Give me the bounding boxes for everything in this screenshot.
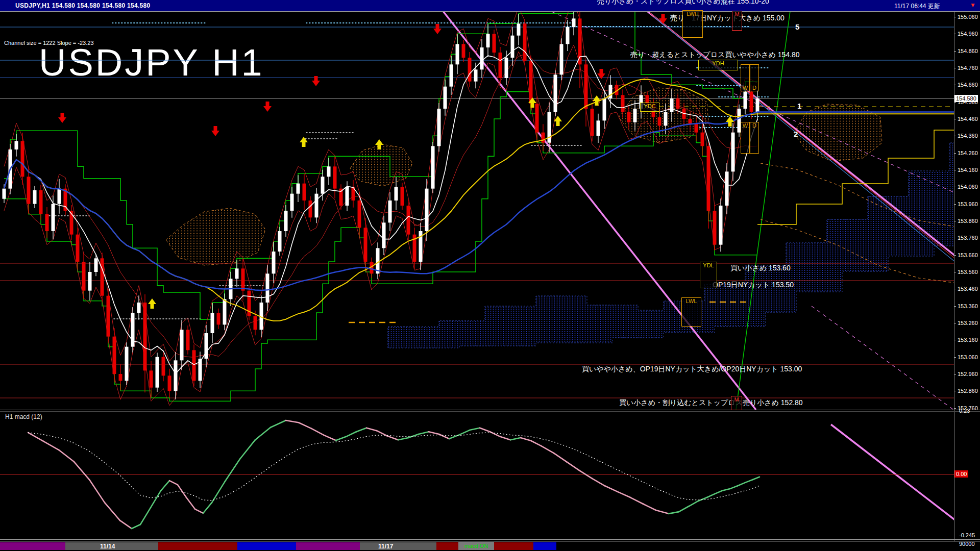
price-panel[interactable] [0, 0, 980, 410]
candle-body [725, 171, 729, 206]
macd-axis-max: 0.23 [958, 407, 971, 414]
candle-body [3, 189, 6, 199]
candle-body [217, 313, 220, 324]
macd-panel[interactable] [0, 420, 978, 538]
candle-body [474, 69, 478, 81]
candle-body [658, 117, 662, 126]
macd-line [324, 435, 336, 440]
price-axis-label: 154.460 [958, 116, 978, 122]
axis-tick [954, 340, 956, 340]
session-segment [360, 542, 436, 550]
price-axis-label: 154.760 [958, 65, 978, 71]
session-segment [296, 542, 360, 550]
level-label-m: M [732, 11, 742, 31]
candle-body [174, 360, 178, 391]
price-axis-label: 154.860 [958, 48, 978, 54]
candle-body [511, 36, 514, 58]
macd-line [656, 510, 669, 514]
candle-body [364, 228, 368, 262]
candle-body [107, 296, 110, 337]
price-axis-label: 153.060 [958, 354, 978, 360]
candle-body [542, 133, 545, 143]
candle-body [143, 303, 147, 370]
axis-tick [954, 289, 956, 289]
price-axis-label: 154.360 [958, 133, 978, 139]
candle-body [701, 133, 704, 146]
macd-line [592, 479, 605, 486]
price-axis[interactable]: 155.060154.960154.860154.760154.660154.5… [954, 11, 980, 542]
axis-tick [954, 391, 956, 391]
candle-body [750, 92, 753, 112]
macd-line [203, 503, 212, 513]
macd-line [132, 524, 140, 529]
price-axis-label: 153.760 [958, 235, 978, 241]
candle-body [437, 109, 441, 146]
macd-line [59, 450, 74, 462]
candle-body [603, 98, 606, 120]
macd-line [43, 441, 59, 450]
candle-body [180, 330, 184, 360]
axis-tick [954, 204, 956, 205]
candle-body [566, 27, 570, 44]
date-label: 11/17 [378, 543, 393, 550]
candle-body [670, 98, 674, 112]
candle-body [609, 85, 612, 98]
candle-body [45, 214, 49, 231]
price-axis-label: 153.660 [958, 252, 978, 258]
candle-body [572, 18, 576, 27]
candle-body [186, 330, 190, 350]
candle-body [456, 44, 459, 64]
price-axis-label: 154.060 [958, 184, 978, 190]
macd-line [698, 497, 707, 501]
candle-body [462, 44, 465, 58]
panel-separator-macd-top[interactable] [0, 410, 980, 410]
title-bar[interactable]: USDJPY,H1 154.580 154.580 154.580 154.58… [0, 0, 980, 11]
sell-arrow-icon [433, 24, 442, 34]
macd-line [161, 481, 169, 491]
buy-arrow-icon [593, 95, 601, 106]
candle-body [278, 231, 282, 252]
candle-body [272, 252, 276, 273]
axis-tick [954, 85, 956, 85]
candle-body [505, 58, 508, 78]
macd-toggle-button[interactable]: macd ON [458, 542, 494, 550]
macd-indicator-label: H1 macd (12) [5, 413, 42, 420]
macd-line [753, 477, 760, 480]
macd-line [311, 429, 324, 435]
macd-line [669, 512, 679, 514]
candle-body [523, 23, 527, 61]
level-label-m: M [731, 396, 742, 410]
macd-line [618, 492, 630, 497]
panel-separator-macd-bottom[interactable] [0, 539, 980, 540]
ichimoku-cloud-orange [350, 144, 412, 186]
candle-body [346, 187, 349, 206]
axis-tick [954, 17, 956, 17]
candle-body [707, 146, 710, 211]
macd-line [140, 508, 151, 524]
level-label-w: W [741, 64, 750, 91]
channel-info-label: Channel size = 1222 Slope = -23.23 [4, 40, 94, 46]
axis-tick [954, 170, 956, 170]
candle-body [333, 166, 337, 188]
candle-body [52, 204, 55, 231]
candle-body [309, 201, 312, 217]
price-axis-label: 154.960 [958, 31, 978, 37]
candle-body [756, 98, 760, 112]
macd-line [299, 422, 311, 429]
macd-line [286, 420, 299, 422]
main-chart-canvas[interactable] [0, 0, 980, 551]
candle-body [695, 124, 698, 133]
panel-separator-top [0, 11, 980, 12]
candle-body [480, 47, 484, 69]
session-segment [237, 542, 296, 550]
sell-arrow-icon [58, 113, 66, 123]
ichimoku-cloud-orange [166, 208, 265, 265]
macd-line [429, 432, 439, 434]
candle-body [125, 347, 129, 381]
candle-body [597, 120, 600, 136]
macd-line [366, 428, 377, 431]
macd-line [510, 438, 521, 440]
buy-arrow-icon [148, 298, 156, 309]
axis-tick [954, 51, 956, 52]
candle-body [486, 34, 490, 47]
